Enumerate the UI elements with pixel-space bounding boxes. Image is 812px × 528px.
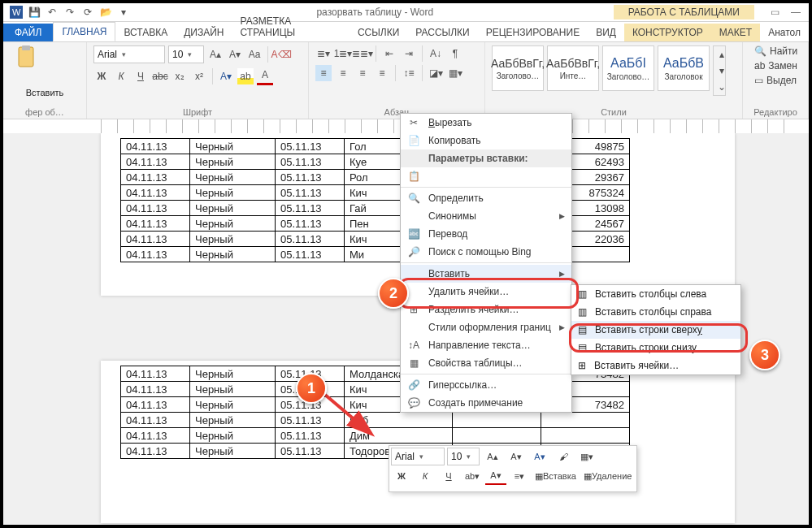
show-marks-icon[interactable]: ¶ <box>447 45 463 62</box>
submenu-rows-below[interactable]: ▤Вставить строки снизу <box>571 339 740 357</box>
menu-table-props[interactable]: ▦Свойства таблицы… <box>401 354 571 372</box>
table-cell[interactable]: Черный <box>190 428 276 444</box>
menu-synonyms[interactable]: Синонимы▶ <box>401 207 571 225</box>
table-cell[interactable]: Черный <box>190 139 276 154</box>
align-center-icon[interactable]: ≡ <box>335 65 351 81</box>
styles-more-icon[interactable]: ⌄ <box>714 79 730 95</box>
table-cell[interactable]: 05.11.13 <box>276 201 345 216</box>
table-cell[interactable]: 05.11.13 <box>276 154 345 170</box>
font-name-select[interactable]: Arial▾ <box>93 45 165 63</box>
table-cell[interactable]: 04.11.13 <box>121 444 190 459</box>
superscript-button[interactable]: x² <box>191 68 207 84</box>
mini-border-icon[interactable]: ▦▾ <box>576 448 597 465</box>
mini-bold[interactable]: Ж <box>391 468 412 484</box>
table-cell[interactable]: 04.11.13 <box>121 201 190 216</box>
mini-underline[interactable]: Ч <box>438 468 459 484</box>
mini-size-select[interactable]: 10▾ <box>447 448 480 465</box>
menu-border-styles[interactable]: Стили оформления границ▶ <box>401 318 571 336</box>
mini-fontcolor-icon[interactable]: A▾ <box>485 467 506 485</box>
user-name[interactable]: Анатол <box>760 24 809 41</box>
table-cell[interactable]: Черный <box>190 185 276 201</box>
table-cell[interactable]: Черный <box>190 413 276 428</box>
table-cell[interactable]: 04.11.13 <box>121 139 190 154</box>
numbering-icon[interactable]: 1≣▾ <box>335 45 351 62</box>
replace-button[interactable]: abЗамен <box>754 60 801 71</box>
qat-dropdown-icon[interactable]: ▾ <box>117 6 130 19</box>
table-cell[interactable]: Черный <box>190 444 276 459</box>
tab-review[interactable]: РЕЦЕНЗИРОВАНИЕ <box>478 24 588 41</box>
table-cell[interactable]: Черный <box>190 232 276 247</box>
table-cell[interactable]: 05.11.13 <box>276 247 345 262</box>
mini-delete-button[interactable]: ▦ Удаление <box>581 468 635 484</box>
table-cell[interactable]: Черный <box>190 216 276 232</box>
mini-shrink-icon[interactable]: A▾ <box>506 448 527 465</box>
font-color-icon[interactable]: A <box>257 67 273 85</box>
table-cell[interactable]: 04.11.13 <box>121 413 190 428</box>
repeat-icon[interactable]: ⟳ <box>81 6 94 19</box>
menu-delete-cells[interactable]: Удалить ячейки… <box>401 283 571 301</box>
tab-home[interactable]: ГЛАВНАЯ <box>53 22 115 41</box>
table-cell[interactable]: Черный <box>190 382 276 397</box>
menu-text-direction[interactable]: ↕AНаправление текста… <box>401 336 571 354</box>
shading-icon[interactable]: ◪▾ <box>428 65 444 81</box>
table-cell[interactable]: Черный <box>190 366 276 382</box>
save-icon[interactable]: 💾 <box>28 6 41 19</box>
mini-highlight-icon[interactable]: ab▾ <box>462 468 483 484</box>
styles-up-icon[interactable]: ▴ <box>714 46 730 63</box>
menu-insert[interactable]: Вставить▶ <box>401 265 571 283</box>
align-left-icon[interactable]: ≡ <box>315 65 332 81</box>
strike-button[interactable]: abc <box>152 68 168 84</box>
table-cell[interactable]: Черный <box>190 247 276 262</box>
styles-down-icon[interactable]: ▾ <box>714 63 730 79</box>
change-case-icon[interactable]: Aa <box>246 46 263 63</box>
mini-brush-icon[interactable]: 🖌 <box>553 448 574 465</box>
ribbon-options-icon[interactable]: ▭ <box>771 6 779 18</box>
mini-font-select[interactable]: Arial▾ <box>391 448 445 465</box>
open-icon[interactable]: 📂 <box>99 6 112 19</box>
text-effects-icon[interactable]: A▾ <box>218 68 234 84</box>
menu-translate[interactable]: 🔤Перевод <box>401 225 571 243</box>
menu-cut[interactable]: ✂ВВырезатьырезать <box>401 114 571 132</box>
mini-texteffect-icon[interactable]: A▾ <box>529 448 550 465</box>
submenu-cells[interactable]: ⊞Вставить ячейки… <box>571 357 740 374</box>
align-right-icon[interactable]: ≡ <box>354 65 371 81</box>
minimize-icon[interactable]: — <box>791 6 801 18</box>
italic-button[interactable]: К <box>113 68 129 84</box>
menu-paste-option[interactable]: 📋 <box>401 167 571 185</box>
table-cell[interactable]: 04.11.13 <box>121 185 190 201</box>
style-item-2[interactable]: АаБбВвГг,Инте… <box>547 45 599 91</box>
tab-references[interactable]: ССЫЛКИ <box>350 24 407 41</box>
submenu-cols-right[interactable]: ▥Вставить столбцы справа <box>571 303 740 321</box>
clear-format-icon[interactable]: A⌫ <box>273 46 289 63</box>
mini-insert-button[interactable]: ▦ Вставка <box>532 468 579 484</box>
tab-page-layout[interactable]: РАЗМЕТКА СТРАНИЦЫ <box>232 12 350 41</box>
submenu-rows-above[interactable]: ▤Вставить строки сверху <box>571 321 740 339</box>
table-cell[interactable] <box>541 413 630 428</box>
table-cell[interactable]: 04.11.13 <box>121 428 190 444</box>
table-cell[interactable]: 05.11.13 <box>276 216 345 232</box>
tab-table-design[interactable]: КОНСТРУКТОР <box>624 24 711 41</box>
table-cell[interactable] <box>541 428 630 444</box>
table-cell[interactable]: 04.11.13 <box>121 247 190 262</box>
table-cell[interactable]: Черный <box>190 170 276 185</box>
indent-dec-icon[interactable]: ⇤ <box>381 45 397 62</box>
menu-split-cells[interactable]: ⊞Разделить ячейки… <box>401 301 571 318</box>
submenu-cols-left[interactable]: ▥Вставить столбцы слева <box>571 285 740 303</box>
justify-icon[interactable]: ≡ <box>374 65 390 81</box>
table-cell[interactable] <box>453 428 541 444</box>
table-cell[interactable]: 05.11.13 <box>276 232 345 247</box>
menu-hyperlink[interactable]: 🔗Гиперссылка… <box>401 376 571 394</box>
sort-icon[interactable]: A↓ <box>428 45 444 62</box>
mini-align-icon[interactable]: ≡▾ <box>509 468 530 484</box>
table-cell[interactable]: 04.11.13 <box>121 154 190 170</box>
table-cell[interactable]: 05.11.13 <box>276 139 345 154</box>
font-size-select[interactable]: 10▾ <box>168 45 204 63</box>
borders-icon[interactable]: ▦▾ <box>447 65 463 81</box>
table-cell[interactable]: 04.11.13 <box>121 382 190 397</box>
bullets-icon[interactable]: ≣▾ <box>315 45 332 62</box>
bold-button[interactable]: Ж <box>93 68 110 84</box>
highlight-icon[interactable]: ab <box>237 68 254 84</box>
underline-button[interactable]: Ч <box>132 68 149 84</box>
style-item-1[interactable]: АаБбВвГг,Заголово… <box>492 45 544 91</box>
table-cell[interactable] <box>453 413 541 428</box>
